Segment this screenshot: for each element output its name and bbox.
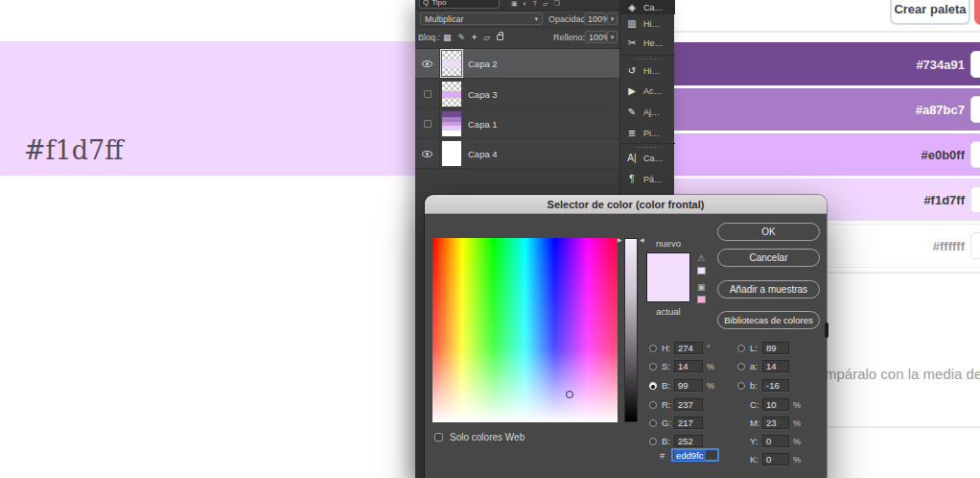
- filter-type-icons[interactable]: ▣◐T▱❒: [511, 0, 607, 8]
- visibility-toggle[interactable]: [415, 49, 440, 79]
- lock-artboard-icon[interactable]: ▱: [483, 33, 490, 42]
- black-input[interactable]: 0: [762, 453, 789, 466]
- radio-b-lab[interactable]: [737, 382, 745, 390]
- radio-b-selected[interactable]: [649, 382, 657, 390]
- dock-item-herramientas[interactable]: ✂ He…: [620, 36, 675, 50]
- layer-row-capa2[interactable]: Capa 2: [415, 49, 619, 79]
- layer-thumbnail[interactable]: [442, 141, 461, 166]
- gamut-warning-swatch[interactable]: [697, 267, 706, 275]
- layer-thumbnail[interactable]: [442, 82, 461, 107]
- new-color-swatch: [647, 253, 689, 277]
- web-colors-checkbox[interactable]: [434, 433, 443, 442]
- lock-all-icon[interactable]: [497, 35, 503, 40]
- gamut-warning-icon[interactable]: ⚠: [697, 253, 705, 263]
- radio-l[interactable]: [737, 345, 745, 352]
- palette-row[interactable]: #734a91: [623, 42, 980, 85]
- create-palette-button[interactable]: Crear paleta: [890, 0, 970, 25]
- radio-r[interactable]: [649, 401, 657, 409]
- visibility-toggle[interactable]: [415, 139, 440, 169]
- fill-input[interactable]: 100%: [585, 31, 607, 43]
- palette-copy-button[interactable]: [970, 232, 980, 259]
- web-safe-cube-icon[interactable]: ▣: [697, 282, 706, 292]
- lab-a-input[interactable]: 14: [762, 360, 789, 372]
- layer-row-capa1[interactable]: Capa 1: [415, 109, 619, 139]
- dock-label: Pi…: [643, 129, 660, 138]
- brightness-input[interactable]: 99: [674, 379, 703, 392]
- green-input[interactable]: 217: [674, 417, 703, 429]
- add-to-swatches-button[interactable]: Añadir a muestras: [717, 280, 820, 299]
- search-filter-label: Tipo: [432, 0, 446, 7]
- visibility-toggle[interactable]: [415, 109, 440, 139]
- magenta-input[interactable]: 23: [762, 417, 789, 429]
- hex-input[interactable]: edd9fc: [671, 448, 719, 462]
- blue-input[interactable]: 252: [674, 435, 703, 447]
- radio-blue[interactable]: [649, 438, 657, 445]
- web-safe-swatch[interactable]: [697, 296, 706, 303]
- dock-item-pinceles[interactable]: ≣ Pi…: [620, 126, 675, 140]
- lab-b-input[interactable]: -16: [762, 379, 789, 392]
- dock-item-histograma[interactable]: ▥ Hi…: [620, 16, 675, 31]
- color-picker-dialog: Selector de color (color frontal) ▶ ◀ nu…: [425, 195, 827, 478]
- delete-button[interactable]: [974, 0, 980, 25]
- layer-filter-search[interactable]: Q Tipo: [419, 0, 500, 9]
- layer-row-capa4[interactable]: Capa 4: [415, 139, 619, 169]
- palette-copy-button[interactable]: [970, 96, 980, 123]
- dock-item-historia[interactable]: ↺ Hi…: [620, 63, 675, 78]
- dock-item-caracter[interactable]: A| Ca…: [620, 151, 675, 165]
- slider-arrow-left-icon[interactable]: ▶: [618, 237, 622, 243]
- dock-drag-handle[interactable]: [634, 146, 663, 149]
- color-field[interactable]: [432, 238, 618, 422]
- slider-arrow-right-icon[interactable]: ◀: [640, 237, 644, 243]
- dialog-title[interactable]: Selector de color (color frontal): [425, 195, 827, 214]
- layer-name[interactable]: Capa 2: [468, 59, 498, 69]
- lock-row: Bloq.: ▦ ✎ + ▱ Relleno: 100% ▾: [415, 28, 619, 49]
- saturation-input[interactable]: 14: [674, 360, 703, 372]
- layer-name[interactable]: Capa 3: [468, 89, 498, 100]
- scrollbar-thumb[interactable]: [825, 323, 828, 338]
- dock-label: Hi…: [643, 19, 661, 29]
- opacity-input[interactable]: 100%: [584, 12, 606, 25]
- radio-g[interactable]: [649, 419, 657, 427]
- layers-icon: ◈: [620, 2, 643, 12]
- lab-l-input[interactable]: 89: [762, 342, 789, 354]
- dock-item-ajustes[interactable]: ✎ Aj…: [620, 105, 675, 119]
- field-row-green: G: 217: [649, 417, 703, 429]
- cancel-button[interactable]: Cancelar: [717, 249, 820, 267]
- yellow-input[interactable]: 0: [762, 435, 789, 447]
- fill-chevron[interactable]: ▾: [607, 31, 618, 43]
- radio-h[interactable]: [649, 345, 657, 352]
- field-row-saturation: S: 14 %: [649, 360, 714, 372]
- dock-item-acciones[interactable]: ▶ Ac…: [620, 84, 675, 98]
- cyan-input[interactable]: 10: [762, 398, 789, 411]
- lock-move-icon[interactable]: +: [472, 33, 477, 42]
- lock-paint-icon[interactable]: ✎: [458, 33, 466, 42]
- blend-mode-select[interactable]: Multiplicar ▾: [420, 12, 543, 25]
- dock-item-capas[interactable]: ◈ Ca…: [620, 0, 675, 14]
- layer-name[interactable]: Capa 1: [468, 119, 498, 130]
- dock-drag-handle[interactable]: [634, 58, 663, 60]
- palette-copy-button[interactable]: [970, 186, 980, 213]
- color-libraries-button[interactable]: Bibliotecas de colores: [717, 311, 820, 329]
- dock-item-parrafo[interactable]: ¶ Pá…: [620, 172, 675, 186]
- layer-thumbnail[interactable]: [442, 111, 461, 136]
- ok-button[interactable]: OK: [717, 223, 820, 241]
- layer-row-capa3[interactable]: Capa 3: [415, 80, 619, 109]
- brightness-slider[interactable]: [624, 238, 638, 422]
- visibility-toggle[interactable]: [415, 80, 440, 109]
- red-input[interactable]: 237: [674, 398, 703, 411]
- layer-name[interactable]: Capa 4: [468, 149, 498, 159]
- eye-icon: [422, 151, 432, 157]
- field-label: B:: [662, 436, 674, 446]
- palette-copy-button[interactable]: [970, 51, 980, 78]
- lock-transparency-icon[interactable]: ▦: [443, 33, 452, 42]
- palette-copy-button[interactable]: [970, 141, 980, 168]
- palette-row[interactable]: #a87bc7: [623, 88, 980, 131]
- palette-row[interactable]: #e0b0ff: [623, 133, 980, 176]
- opacity-chevron[interactable]: ▾: [607, 12, 618, 25]
- radio-a[interactable]: [737, 363, 745, 370]
- layer-thumbnail[interactable]: [442, 51, 461, 76]
- web-colors-label: Solo colores Web: [450, 432, 525, 442]
- radio-s[interactable]: [649, 363, 657, 370]
- color-field-cursor[interactable]: [566, 391, 573, 398]
- hue-input[interactable]: 274: [674, 342, 703, 354]
